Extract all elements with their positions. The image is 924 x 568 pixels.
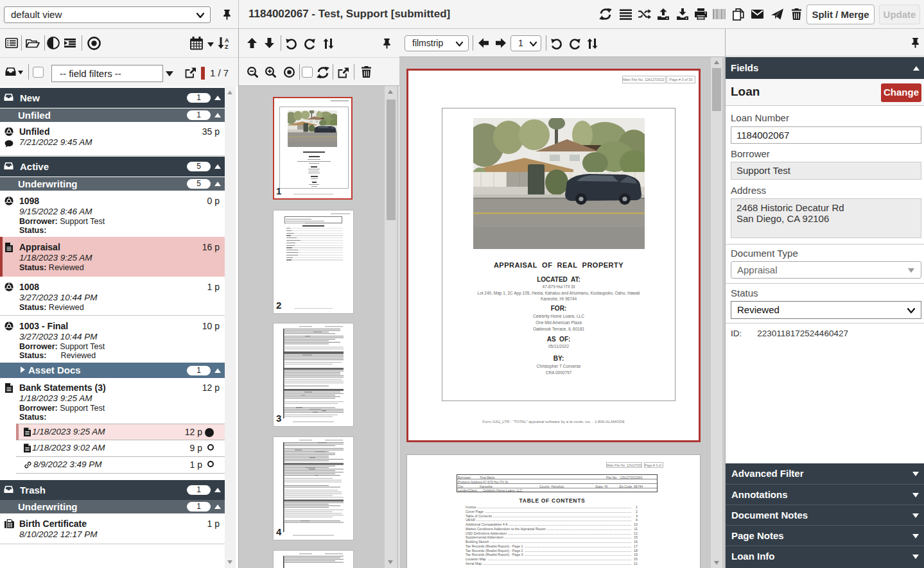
svg-text:Z: Z [225,44,229,49]
svg-text:A: A [225,37,229,44]
